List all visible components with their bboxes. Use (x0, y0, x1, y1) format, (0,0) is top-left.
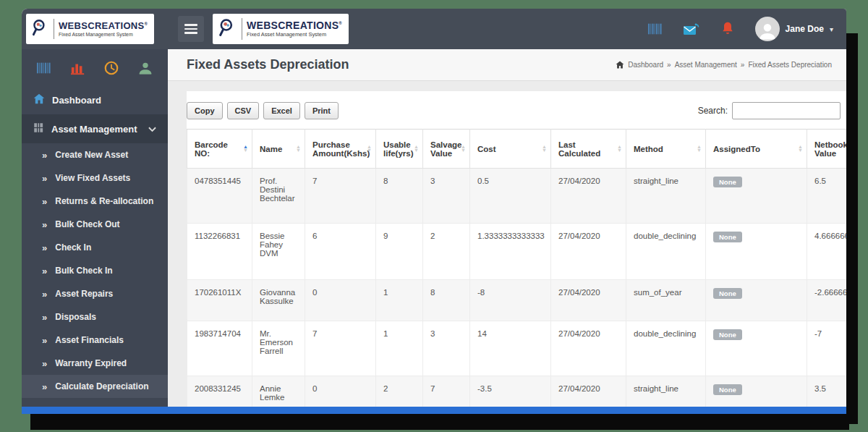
breadcrumb-item-dashboard[interactable]: Dashboard (628, 61, 663, 69)
cell-salvage-value: 3 (423, 321, 470, 376)
sidebar-item-create-new-asset[interactable]: »Create New Asset (22, 143, 168, 166)
sidebar-toggle-button[interactable] (178, 16, 204, 42)
cell-last-calculated: 27/04/2020 (551, 376, 626, 407)
sort-icon: ▲▼ (414, 145, 419, 153)
status-badge: None (713, 288, 742, 299)
sort-icon: ▲▼ (798, 145, 803, 153)
column-header-cost[interactable]: Cost▲▼ (470, 130, 551, 169)
csv-button[interactable]: CSV (227, 102, 260, 119)
cell-salvage-value: 3 (423, 169, 470, 224)
print-button[interactable]: Print (305, 102, 339, 119)
cell-assigned-to: None (706, 376, 807, 407)
sidebar-logo[interactable]: WEBSCREATIONS® Fixed Asset Management Sy… (26, 14, 154, 44)
bar-chart-icon[interactable] (70, 60, 86, 76)
sidebar-quick-icons (22, 49, 168, 85)
search-label: Search: (698, 106, 728, 116)
double-chevron-icon: » (42, 336, 47, 345)
column-header-method[interactable]: Method▲▼ (626, 130, 706, 169)
breadcrumb-separator: » (741, 61, 745, 69)
cell-barcode: 1132266831 (187, 224, 252, 280)
sidebar-item-bulk-check-out[interactable]: »Bulk Check Out (22, 213, 168, 236)
column-header-assigned-to[interactable]: AssignedTo▲▼ (706, 130, 807, 169)
cell-cost: 0.5 (470, 169, 551, 224)
cell-name: Giovanna Kassulke (252, 280, 305, 321)
cell-method: sum_of_year (626, 280, 706, 321)
cell-purchase-amount: 0 (305, 376, 376, 407)
bell-icon[interactable] (719, 20, 736, 38)
sidebar-item-label: Dashboard (52, 95, 101, 106)
sidebar-item-disposals[interactable]: »Disposals (22, 305, 168, 329)
barcode-icon[interactable] (36, 60, 52, 76)
mail-icon[interactable] (683, 20, 700, 38)
user-icon[interactable] (137, 60, 153, 76)
column-header-name[interactable]: Name▲▼ (252, 130, 305, 169)
double-chevron-icon: » (42, 313, 47, 322)
column-header-last-calculated[interactable]: Last Calculated▲▼ (551, 130, 626, 169)
sidebar-item-warranty-expired[interactable]: »Warranty Expired (22, 352, 168, 375)
cell-cost: 1.3333333333333 (470, 224, 551, 280)
cell-barcode: 1983714704 (187, 321, 252, 376)
cell-usable-life: 2 (376, 376, 423, 407)
depreciation-table-wrap: Barcode NO:▲▼ Name▲▼ Purchase Amount(Ksh… (187, 129, 846, 407)
double-chevron-icon: » (42, 197, 47, 206)
app-window: WEBSCREATIONS® Fixed Asset Management Sy… (22, 9, 846, 414)
cell-last-calculated: 27/04/2020 (551, 321, 626, 376)
sidebar-item-returns-reallocation[interactable]: »Returns & Re-allocation (22, 190, 168, 213)
cell-method: straight_line (626, 376, 706, 407)
top-navbar: WEBSCREATIONS® Fixed Asset Management Sy… (22, 9, 846, 49)
sidebar-item-view-fixed-assets[interactable]: »View Fixed Assets (22, 166, 168, 190)
sidebar-item-bulk-check-in[interactable]: »Bulk Check In (22, 259, 168, 282)
sidebar: Dashboard Asset Management »Create New A… (22, 49, 168, 407)
barcode-icon[interactable] (647, 20, 664, 38)
user-name: Jane Doe (786, 24, 824, 34)
column-header-salvage-value[interactable]: Salvage Value▲▼ (423, 130, 470, 169)
sidebar-item-asset-management[interactable]: Asset Management (22, 114, 168, 143)
sort-icon: ▲▼ (243, 145, 248, 153)
brand-name: WEBSCREATIONS® (247, 20, 342, 31)
sort-icon: ▲▼ (461, 145, 466, 153)
double-chevron-icon: » (42, 174, 47, 183)
cell-name: Annie Lemke (252, 376, 305, 407)
status-badge: None (713, 329, 742, 340)
breadcrumb: Dashboard » Asset Management » Fixed Ass… (616, 61, 832, 69)
cell-last-calculated: 27/04/2020 (551, 224, 626, 280)
table-card: Copy CSV Excel Print Search: Barcode (187, 91, 846, 407)
cell-usable-life: 1 (376, 321, 423, 376)
user-menu[interactable]: Jane Doe ▾ (755, 17, 833, 41)
sidebar-item-calculate-depreciation[interactable]: »Calculate Depreciation (22, 375, 168, 398)
cell-usable-life: 9 (376, 224, 423, 280)
page-titlebar: Fixed Assets Depreciation Dashboard » As… (168, 49, 846, 81)
column-header-usable-life[interactable]: Usable life(yrs)▲▼ (376, 130, 423, 169)
logo-divider (242, 18, 242, 40)
column-header-purchase-amount[interactable]: Purchase Amount(Kshs)▲▼ (305, 130, 376, 169)
cell-barcode: 2008331245 (187, 376, 252, 407)
page-title: Fixed Assets Depreciation (187, 57, 349, 72)
depreciation-table: Barcode NO:▲▼ Name▲▼ Purchase Amount(Ksh… (187, 129, 846, 407)
column-header-netbook-value[interactable]: Netbook Value (807, 130, 847, 169)
sidebar-item-asset-repairs[interactable]: »Asset Repairs (22, 282, 168, 305)
clock-icon[interactable] (103, 60, 119, 76)
column-header-barcode[interactable]: Barcode NO:▲▼ (187, 130, 252, 169)
sidebar-item-check-in[interactable]: »Check In (22, 236, 168, 259)
brand-mark: ® (339, 22, 342, 26)
excel-button[interactable]: Excel (263, 102, 300, 119)
sort-icon: ▲▼ (296, 145, 301, 153)
cell-assigned-to: None (706, 169, 807, 224)
status-badge: None (713, 232, 742, 242)
magnifier-logo-icon (30, 18, 49, 40)
logo-text: WEBSCREATIONS® Fixed Asset Management Sy… (247, 20, 342, 37)
cell-netbook-value: -7 (807, 321, 847, 376)
cell-barcode: 0478351445 (187, 169, 252, 224)
sidebar-item-label: Returns & Re-allocation (55, 196, 153, 206)
sidebar-item-asset-financials[interactable]: »Asset Financials (22, 329, 168, 352)
navbar-logo[interactable]: WEBSCREATIONS® Fixed Asset Management Sy… (213, 14, 349, 44)
sidebar-item-dashboard[interactable]: Dashboard (22, 85, 168, 114)
grid-icon (33, 122, 44, 135)
breadcrumb-item-asset-management[interactable]: Asset Management (675, 61, 737, 69)
sidebar-item-label: Calculate Depreciation (55, 381, 148, 391)
sort-icon: ▲▼ (617, 145, 622, 153)
copy-button[interactable]: Copy (187, 102, 223, 119)
search-input[interactable] (732, 102, 841, 119)
chevron-down-icon: ▾ (830, 25, 833, 33)
cell-netbook-value: -2.6666666 (807, 280, 847, 321)
